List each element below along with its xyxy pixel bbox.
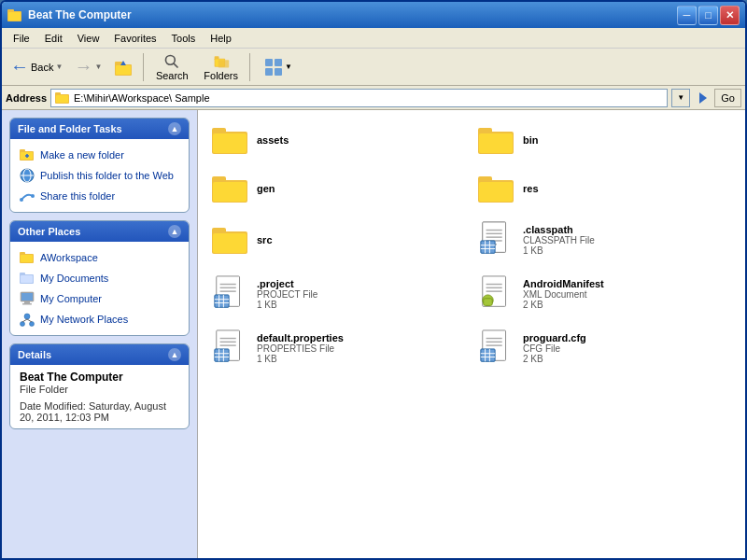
svg-rect-5 [116,65,131,75]
svg-rect-92 [215,349,229,361]
address-folder-icon [55,91,70,105]
close-button[interactable]: ✕ [720,6,740,25]
menu-help[interactable]: Help [203,31,239,46]
new-folder-icon [20,147,35,162]
svg-rect-87 [484,299,493,306]
file-size-manifest: 2 KB [523,300,604,310]
title-bar-left: Beat The Computer [7,7,132,22]
svg-rect-38 [21,293,33,301]
svg-line-45 [27,319,32,322]
make-folder-item[interactable]: Make a new folder [10,145,189,165]
address-go-icon [696,91,711,105]
file-item-assets[interactable]: assets [207,119,470,161]
address-path: E:\Mihir\AWorkspace\ Sample [74,92,210,104]
folder-icon-res [478,173,515,204]
up-button[interactable] [108,50,138,84]
details-panel-header[interactable]: Details ▲ [10,344,189,365]
toolbar-separator-2 [249,53,250,81]
file-area: assets bin [198,110,745,558]
address-go-button[interactable]: Go [714,89,741,107]
file-item-project[interactable]: .project PROJECT File 1 KB [207,271,470,317]
file-info-classpath: .classpath CLASSPATH File 1 KB [523,224,595,256]
tasks-collapse-button[interactable]: ▲ [168,122,181,135]
file-icon-project [212,275,249,313]
places-collapse-button[interactable]: ▲ [168,225,181,238]
back-dropdown-icon[interactable]: ▼ [55,63,63,71]
file-item-res[interactable]: res [473,168,736,209]
svg-rect-40 [22,303,32,305]
views-dropdown-icon[interactable]: ▼ [285,63,292,71]
svg-rect-33 [21,255,33,262]
address-bar: Address E:\Mihir\AWorkspace\ Sample ▼ Go [2,86,745,110]
svg-line-8 [174,63,178,67]
back-label: Back [31,62,53,73]
places-panel-body: AWorkspace My Documents [10,242,189,335]
back-button[interactable]: ← Back ▼ [6,50,67,84]
svg-line-44 [22,319,27,322]
file-type-properties: PROPERTIES File [257,343,344,354]
views-button[interactable]: ▼ [255,50,302,84]
menu-view[interactable]: View [70,31,107,46]
file-item-properties[interactable]: default.properties PROPERTIES File 1 KB [207,325,470,371]
menu-tools[interactable]: Tools [164,31,204,46]
menu-edit[interactable]: Edit [37,31,70,46]
file-name-properties: default.properties [257,332,344,343]
details-panel-title: Details [18,349,51,360]
tasks-panel: File and Folder Tasks ▲ Make a new folde… [9,118,190,213]
network-icon [20,312,35,327]
address-label: Address [6,92,47,104]
share-folder-label: Share this folder [40,190,115,202]
places-mydocs-item[interactable]: My Documents [10,268,189,288]
go-label: Go [721,92,735,104]
svg-rect-51 [479,133,513,153]
file-name-bin: bin [523,134,539,146]
places-network-item[interactable]: My Network Places [10,309,189,329]
places-mycomputer-item[interactable]: My Computer [10,288,189,309]
svg-rect-77 [215,295,229,307]
svg-point-43 [30,322,35,327]
file-info-src: src [257,234,273,245]
address-input[interactable]: E:\Mihir\AWorkspace\ Sample [50,89,668,107]
file-name-src: src [257,234,273,245]
file-item-classpath[interactable]: .classpath CLASSPATH File 1 KB [473,217,736,263]
search-button[interactable]: Search [148,50,195,84]
file-type-proguard: CFG File [523,343,586,354]
publish-folder-item[interactable]: Publish this folder to the Web [10,165,189,186]
file-item-manifest[interactable]: AndroidManifest XML Document 2 KB [473,271,736,317]
details-collapse-button[interactable]: ▲ [168,348,181,361]
file-name-assets: assets [257,134,289,146]
mycomputer-label: My Computer [40,293,102,304]
title-bar-buttons: ─ □ ✕ [677,6,740,25]
folder-icon-assets [212,124,249,156]
svg-point-42 [21,322,25,327]
menu-file[interactable]: File [6,31,37,46]
folders-button[interactable]: Folders [197,50,245,84]
places-aworkspace-item[interactable]: AWorkspace [10,247,189,268]
file-type-classpath: CLASSPATH File [523,235,595,245]
forward-dropdown-icon[interactable]: ▼ [94,63,102,71]
minimize-button[interactable]: ─ [677,6,697,25]
file-item-gen[interactable]: gen [207,168,470,209]
window: Beat The Computer ─ □ ✕ File Edit View F… [0,0,747,560]
file-size-classpath: 1 KB [523,245,595,256]
places-panel-header[interactable]: Other Places ▲ [10,221,189,242]
file-name-res: res [523,183,539,194]
forward-button[interactable]: → ▼ [69,50,106,84]
file-info-manifest: AndroidManifest XML Document 2 KB [523,278,604,310]
window-title: Beat The Computer [28,8,132,21]
svg-rect-2 [8,12,21,21]
file-icon-properties [212,329,249,367]
file-item-bin[interactable]: bin [473,119,736,161]
address-dropdown-button[interactable]: ▼ [671,89,690,107]
svg-rect-13 [265,59,273,66]
file-item-proguard[interactable]: proguard.cfg CFG File 2 KB [473,325,736,371]
details-name: Beat The Computer [20,371,179,384]
share-folder-item[interactable]: Share this folder [10,186,189,206]
mydocs-label: My Documents [40,273,108,284]
maximize-button[interactable]: □ [698,6,718,25]
menu-favorites[interactable]: Favorites [106,31,163,46]
svg-rect-39 [24,301,30,303]
tasks-panel-header[interactable]: File and Folder Tasks ▲ [10,119,189,139]
folders-label: Folders [204,70,238,81]
file-item-src[interactable]: src [207,217,470,263]
